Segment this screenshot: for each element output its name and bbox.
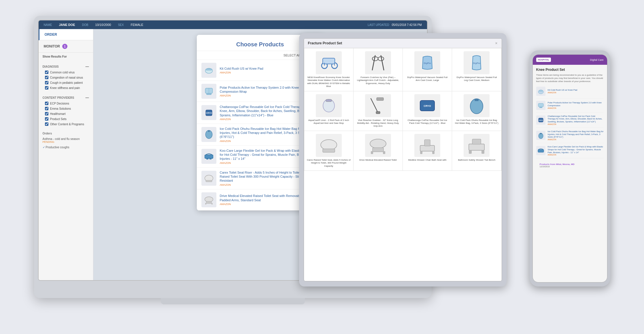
svg-rect-8 (208, 130, 209, 132)
patient-header: NAME JANE DOE DOB 10/10/2000 SEX FEMALE … (39, 20, 427, 29)
product-source-7: AMAZON (220, 203, 311, 206)
svg-text:CRYO: CRYO (424, 105, 431, 107)
product-info-5: Koo-Care Large Flexible Gel Ice Pack & W… (220, 149, 311, 164)
tablet-title: Fracture Product Set (308, 41, 342, 45)
product-source-5: AMAZON (220, 162, 311, 164)
svg-rect-3 (206, 93, 211, 95)
sidebar-item-common-cold[interactable]: Common cold virus (39, 70, 93, 75)
last-updated-area: LAST UPDATED 05/01/2018 7:42:56 PM (368, 23, 422, 26)
sidebar-item-emma[interactable]: Emma Solutions (39, 106, 93, 111)
svg-text:CRYO: CRYO (539, 119, 543, 121)
phone-thumb-2 (536, 101, 545, 110)
svg-rect-33 (377, 98, 384, 100)
svg-rect-41 (373, 148, 384, 152)
orders-section-label: Orders (39, 129, 93, 136)
product-thumb-1 (201, 63, 216, 78)
patient-name-label: NAME (44, 23, 52, 26)
sidebar-item-product-sets[interactable]: Product Sets (39, 116, 93, 122)
tablet-name-9: Carex Raised Toilet Seat, Adds 5 Inches … (307, 159, 351, 168)
svg-rect-1 (206, 69, 212, 70)
svg-rect-30 (326, 99, 332, 102)
show-results-label: Show Results For (39, 53, 93, 59)
order-item-productive-coughs[interactable]: ✓ Productive coughs (39, 145, 93, 150)
tablet-name-11: Medline Shower Chair Bath Seat with (405, 159, 450, 162)
tablet-cell-2: Forearm Crutches by Vive (Pair) – Lightw… (354, 48, 403, 91)
phone-product-info-3: Chattanooga ColPac Reusable Gel Ice Pack… (548, 115, 604, 125)
phone-product-item-5[interactable]: Koo-Care Large Flexible Gel Ice Pack & W… (536, 145, 604, 158)
product-name-4: Ice Cold Pack Ohuhu Reusable Ice Bag Hot… (220, 127, 311, 139)
sidebar-item-other-content[interactable]: Other Content & Programs (39, 122, 93, 127)
product-info-4: Ice Cold Pack Ohuhu Reusable Ice Bag Hot… (220, 127, 311, 143)
tablet-name-3: DryPro Waterproof Vacuum Sealed Full Arm… (405, 76, 450, 82)
svg-point-38 (321, 140, 337, 150)
phone-product-source-2: AMAZON (548, 107, 604, 109)
product-thumb-7 (201, 192, 216, 207)
svg-rect-42 (371, 151, 373, 154)
phone-description: These items are being recommended to you… (536, 73, 604, 83)
phone-footer-provider: Products from Mital, Meena, MD (540, 163, 600, 166)
svg-rect-13 (206, 180, 212, 182)
phone-product-item-4[interactable]: Ice Cold Pack Ohuhu Reusable Ice Bag Hot… (536, 130, 604, 143)
diagnosis-collapse-icon[interactable]: — (86, 64, 89, 69)
svg-rect-39 (323, 149, 335, 152)
svg-rect-32 (376, 111, 380, 114)
svg-line-31 (371, 98, 378, 113)
tablet-name-12: Bathroom Safety Shower Tub Bench (454, 159, 499, 162)
tablet-name-4: DryPro Waterproof Vacuum Sealed Full Leg… (454, 76, 499, 82)
svg-rect-46 (432, 151, 435, 154)
tablet-cell-9: Carex Raised Toilet Seat, Adds 5 Inches … (304, 131, 353, 170)
tablet-name-7: Chattanooga ColPac Reusable Gel Ice Pack… (405, 119, 450, 125)
product-source-6: AMAZON (220, 183, 311, 186)
sidebar: ORDER MONITOR 1 Show Results For DIAGNOS… (39, 29, 93, 280)
svg-rect-10 (206, 158, 208, 160)
svg-rect-60 (538, 149, 544, 152)
tablet-img-11 (414, 134, 440, 157)
tablet-name-10: Drive Medical Elevated Raised Toilet (356, 159, 400, 162)
phone-product-source-5: AMAZON (548, 154, 604, 156)
svg-rect-47 (424, 140, 430, 146)
product-name-5: Koo-Care Large Flexible Gel Ice Pack & W… (220, 149, 311, 161)
svg-text:DryPro: DryPro (424, 62, 431, 64)
product-thumb-2 (201, 84, 216, 99)
svg-rect-17 (211, 203, 213, 204)
product-info-3: Chattanooga ColPac Reusable Gel Ice Pack… (220, 105, 311, 121)
last-updated-label: LAST UPDATED (368, 23, 389, 26)
product-thumb-4 (201, 127, 216, 142)
product-thumb-3: CRYO (201, 105, 216, 120)
monitor-tab[interactable]: MONITOR 1 (39, 40, 93, 53)
phone-app-header: HOSPITAL Digital Care (533, 55, 607, 65)
svg-rect-59 (540, 133, 542, 134)
product-name-2: Polar Products Active Ice Therapy System… (220, 86, 311, 94)
order-tab[interactable]: ORDER (39, 29, 93, 40)
product-source-2: AMAZON (220, 94, 311, 97)
phone-frame: HOSPITAL Digital Care Knee Product Set T… (530, 50, 610, 286)
sidebar-item-cough[interactable]: Cough in pediatric patient (39, 80, 93, 85)
content-providers-section: CONTENT PROVIDERS — (39, 93, 93, 101)
sidebar-item-ecp[interactable]: ECP Decisions (39, 101, 93, 106)
svg-rect-53 (539, 90, 543, 92)
phone-device: HOSPITAL Digital Care Knee Product Set T… (530, 50, 610, 286)
product-source-3: AMAZON (220, 118, 311, 121)
last-updated-value: 05/01/2018 7:42:56 PM (392, 23, 422, 26)
sidebar-item-congestion[interactable]: Congestion of nasal sinus (39, 75, 93, 80)
svg-rect-55 (539, 107, 542, 108)
svg-point-14 (205, 197, 213, 202)
main-scene: NAME JANE DOE DOB 10/10/2000 SEX FEMALE … (34, 16, 610, 318)
tablet-img-4: DryPro (464, 51, 490, 74)
tablet-frame: Fracture Product Set × (299, 33, 507, 286)
tablet-close-button[interactable]: × (495, 41, 497, 45)
dob-value: 10/10/2000 (95, 23, 111, 26)
phone-product-item-2[interactable]: Polar Products Active Ice Therapy System… (536, 101, 604, 113)
order-item-asthma[interactable]: Asthma - cold and flu season PENDING (39, 136, 93, 145)
phone-product-info-2: Polar Products Active Ice Therapy System… (548, 101, 604, 109)
providers-collapse-icon[interactable]: — (86, 96, 89, 100)
diagnosis-section: DIAGNOSIS — (39, 62, 93, 70)
tablet-img-8 (464, 94, 490, 117)
tablet-img-3: DryPro (414, 51, 440, 74)
tablet-cell-12: Bathroom Safety Shower Tub Bench (452, 131, 501, 170)
phone-footer: Products from Mital, Meena, MD 12/19/201… (536, 161, 604, 170)
sidebar-item-healthsmart[interactable]: Healthsmart (39, 111, 93, 116)
phone-product-item-3[interactable]: CRYO Chattanooga ColPac Reusable Gel Ice… (536, 115, 604, 128)
sidebar-item-knee[interactable]: Knee stiffness and pain (39, 85, 93, 90)
phone-product-item-1[interactable]: Kit Cold Rush US w/ Knee Pad AMAZON (536, 87, 604, 98)
